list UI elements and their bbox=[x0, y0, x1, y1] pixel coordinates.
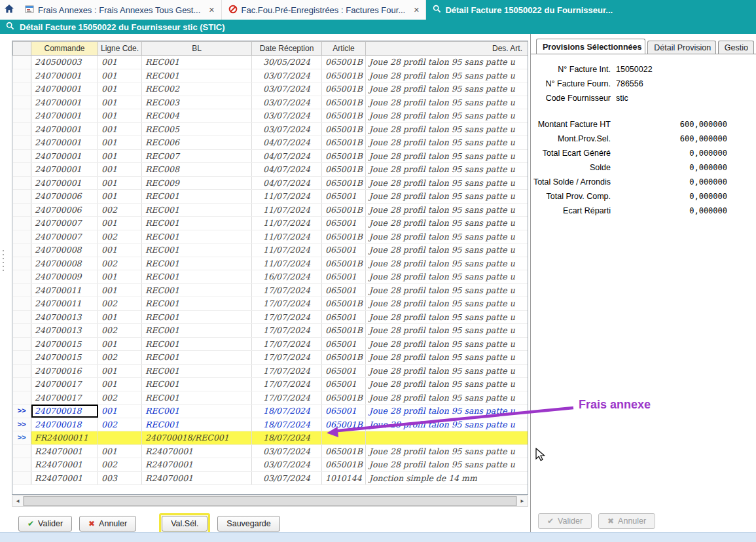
cell-commande[interactable]: 240700008 bbox=[31, 257, 98, 270]
cell-bl[interactable]: REC003 bbox=[142, 96, 252, 109]
cell-date-reception[interactable]: 04/07/2024 bbox=[252, 136, 322, 150]
cell-commande[interactable]: 240700001 bbox=[31, 82, 98, 96]
cell-bl[interactable]: REC001 bbox=[142, 230, 252, 244]
cell-bl[interactable]: REC001 bbox=[142, 418, 252, 431]
cell-des-art[interactable]: Joue 28 profil talon 95 sans patte u bbox=[366, 444, 528, 458]
cell-commande[interactable]: 240700007 bbox=[31, 217, 98, 230]
row-marker[interactable] bbox=[13, 203, 31, 217]
table-row[interactable]: 240700001001REC00103/07/2024065001BJoue … bbox=[13, 69, 528, 82]
cell-commande[interactable]: 240700001 bbox=[31, 96, 98, 109]
tab-provisions-selectionnees[interactable]: Provisions Sélectionnées bbox=[536, 39, 645, 54]
row-marker[interactable] bbox=[13, 96, 31, 109]
cell-des-art[interactable]: Joue 28 profil talon 95 sans patte u bbox=[366, 458, 528, 472]
cell-des-art[interactable]: Joue 28 profil talon 95 sans patte u bbox=[366, 257, 528, 270]
row-marker[interactable] bbox=[13, 471, 31, 485]
cell-date-reception[interactable]: 04/07/2024 bbox=[252, 163, 322, 177]
cell-article[interactable]: 065001 bbox=[322, 378, 366, 391]
cell-article[interactable]: 065001 bbox=[322, 244, 366, 257]
cell-commande[interactable]: 240700018 bbox=[31, 418, 98, 431]
cell-des-art[interactable]: Joue 28 profil talon 95 sans patte u bbox=[366, 283, 528, 297]
cell-article[interactable]: 065001 bbox=[322, 337, 366, 351]
cell-bl[interactable]: REC001 bbox=[142, 351, 252, 365]
cell-ligne[interactable]: 001 bbox=[98, 270, 142, 284]
cell-des-art[interactable]: Joue 28 profil talon 95 sans patte u bbox=[366, 122, 528, 136]
row-marker[interactable] bbox=[13, 324, 31, 338]
cell-des-art[interactable]: Joue 28 profil talon 95 sans patte u bbox=[366, 136, 528, 150]
valider-button[interactable]: ✔ Valider bbox=[18, 516, 72, 532]
tab-detail-provision[interactable]: Détail Provision bbox=[647, 41, 715, 54]
close-tab-icon[interactable]: × bbox=[209, 5, 214, 14]
scroll-right-button[interactable]: ► bbox=[516, 496, 528, 506]
column-header-des-art[interactable]: Des. Art. bbox=[366, 42, 528, 56]
cell-article[interactable]: 065001B bbox=[322, 203, 366, 217]
cell-ligne[interactable]: 001 bbox=[98, 136, 142, 150]
cell-date-reception[interactable]: 17/07/2024 bbox=[252, 364, 322, 378]
row-marker[interactable] bbox=[13, 337, 31, 351]
cell-article[interactable]: 065001B bbox=[322, 56, 366, 69]
cell-date-reception[interactable]: 17/07/2024 bbox=[252, 283, 322, 297]
cell-bl[interactable]: REC001 bbox=[142, 310, 252, 324]
row-marker[interactable] bbox=[13, 69, 31, 82]
cell-ligne[interactable]: 001 bbox=[98, 444, 142, 458]
cell-article[interactable]: 065001B bbox=[322, 96, 366, 109]
cell-bl[interactable]: REC001 bbox=[142, 297, 252, 311]
cell-bl[interactable]: REC001 bbox=[142, 270, 252, 284]
cell-article[interactable]: 065001B bbox=[322, 257, 366, 270]
cell-article[interactable]: 065001B bbox=[322, 163, 366, 177]
table-row[interactable]: 240700001001REC00203/07/2024065001BJoue … bbox=[13, 82, 528, 96]
row-marker[interactable] bbox=[13, 244, 31, 257]
cell-bl[interactable]: R24070001 bbox=[142, 444, 252, 458]
table-row[interactable]: 240700007001REC00111/07/2024065001Joue 2… bbox=[13, 217, 528, 230]
cell-date-reception[interactable]: 11/07/2024 bbox=[252, 190, 322, 204]
cell-bl[interactable]: R24070001 bbox=[142, 458, 252, 472]
cell-ligne[interactable]: 001 bbox=[98, 149, 142, 163]
row-marker[interactable]: >> bbox=[13, 431, 31, 445]
cell-des-art[interactable]: Joue 28 profil talon 95 sans patte u bbox=[366, 244, 528, 257]
cell-commande[interactable]: 240700006 bbox=[31, 203, 98, 217]
cell-des-art[interactable] bbox=[366, 431, 528, 445]
table-row[interactable]: 240700015001REC00117/07/2024065001Joue 2… bbox=[13, 337, 528, 351]
table-row[interactable]: 240700009001REC00116/07/2024065001Joue 2… bbox=[13, 270, 528, 284]
cell-article[interactable]: 065001 bbox=[322, 190, 366, 204]
cell-date-reception[interactable]: 17/07/2024 bbox=[252, 324, 322, 338]
cell-ligne[interactable]: 001 bbox=[98, 217, 142, 230]
table-row[interactable]: 240700016001REC00117/07/2024065001Joue 2… bbox=[13, 364, 528, 378]
cell-ligne[interactable]: 002 bbox=[98, 324, 142, 338]
row-marker[interactable] bbox=[13, 391, 31, 405]
splitter-handle[interactable] bbox=[1, 250, 5, 284]
cell-des-art[interactable]: Joue 28 profil talon 95 sans patte u bbox=[366, 217, 528, 230]
cell-ligne[interactable]: 001 bbox=[98, 405, 142, 418]
cell-bl[interactable]: REC005 bbox=[142, 122, 252, 136]
cell-article[interactable]: 065001 bbox=[322, 310, 366, 324]
row-marker[interactable] bbox=[13, 190, 31, 204]
cell-date-reception[interactable]: 17/07/2024 bbox=[252, 351, 322, 365]
cell-des-art[interactable]: Jonction simple de 14 mm bbox=[366, 471, 528, 485]
table-row[interactable]: 240700006002REC00111/07/2024065001BJoue … bbox=[13, 203, 528, 217]
cell-article[interactable]: 065001B bbox=[322, 444, 366, 458]
cell-ligne[interactable]: 001 bbox=[98, 82, 142, 96]
cell-date-reception[interactable]: 18/07/2024 bbox=[252, 418, 322, 431]
cell-date-reception[interactable]: 03/07/2024 bbox=[252, 444, 322, 458]
cell-ligne[interactable]: 002 bbox=[98, 418, 142, 431]
cell-ligne[interactable]: 002 bbox=[98, 230, 142, 244]
column-header-date-reception[interactable]: Date Réception bbox=[252, 42, 322, 56]
cell-date-reception[interactable]: 30/05/2024 bbox=[252, 56, 322, 69]
cell-article[interactable]: 1010144 bbox=[322, 471, 366, 485]
cell-ligne[interactable]: 001 bbox=[98, 69, 142, 82]
annuler-button[interactable]: ✖ Annuler bbox=[79, 516, 136, 532]
cell-des-art[interactable]: Joue 28 profil talon 95 sans patte u bbox=[366, 203, 528, 217]
cell-ligne[interactable]: 001 bbox=[98, 109, 142, 123]
cell-article[interactable]: 065001B bbox=[322, 122, 366, 136]
cell-date-reception[interactable]: 18/07/2024 bbox=[252, 431, 322, 445]
cell-bl[interactable]: REC001 bbox=[142, 56, 252, 69]
table-row[interactable]: 240700001001REC00904/07/2024065001BJoue … bbox=[13, 176, 528, 190]
table-row[interactable]: R24070001002R2407000103/07/2024065001BJo… bbox=[13, 458, 528, 472]
cell-date-reception[interactable]: 03/07/2024 bbox=[252, 122, 322, 136]
column-header-article[interactable]: Article bbox=[322, 42, 366, 56]
cell-bl[interactable]: 240700018/REC001 bbox=[142, 431, 252, 445]
cell-article[interactable]: 065001 bbox=[322, 270, 366, 284]
table-row[interactable]: 240700001001REC00804/07/2024065001BJoue … bbox=[13, 163, 528, 177]
table-row[interactable]: 240700007002REC00111/07/2024065001BJoue … bbox=[13, 230, 528, 244]
cell-article[interactable]: 065001 bbox=[322, 405, 366, 418]
cell-ligne[interactable]: 001 bbox=[98, 163, 142, 177]
